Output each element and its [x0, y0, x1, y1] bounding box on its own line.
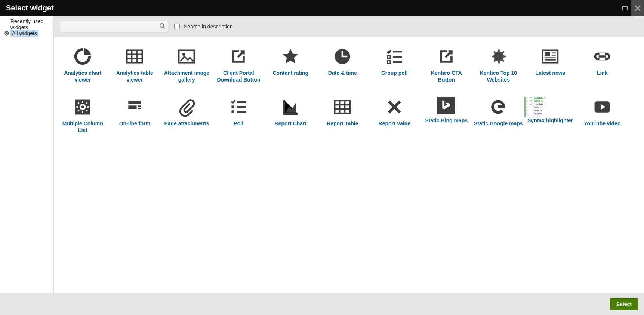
newspaper-icon: [540, 46, 561, 67]
star-icon: [280, 46, 301, 67]
widget-tile[interactable]: Kentico Top 10 Websites: [472, 46, 524, 83]
widget-label: Report Table: [317, 120, 369, 127]
syntax-icon: 1 // Syntaxh2 // http:/3 var setArr4 thi…: [524, 97, 545, 117]
image-icon: [176, 46, 197, 67]
table-icon: [332, 97, 353, 117]
dialog-header: Select widget: [0, 0, 644, 16]
widget-label: Link: [576, 70, 628, 77]
widget-tile[interactable]: Static Bing maps: [420, 97, 472, 134]
close-button[interactable]: [631, 0, 644, 16]
search-toolbar: Search in description: [54, 16, 644, 37]
youtube-icon: [592, 97, 613, 117]
checklist-alt-icon: [228, 97, 249, 117]
maximize-icon: [622, 5, 628, 12]
clock-icon: [332, 46, 353, 67]
tree-item-label: Recently used widgets: [9, 18, 53, 31]
widget-tile[interactable]: Link: [576, 46, 628, 83]
widget-label: Attachment image gallery: [161, 70, 213, 83]
tree-item-label: All widgets: [10, 30, 38, 37]
search-field-wrap: [60, 21, 168, 32]
widget-tile[interactable]: Multiple Column List: [57, 97, 109, 134]
checklist-icon: [384, 46, 405, 67]
widget-label: Kentico Top 10 Websites: [472, 70, 524, 83]
widget-tile[interactable]: 1 // Syntaxh2 // http:/3 var setArr4 thi…: [524, 97, 576, 134]
x-icon: [384, 97, 405, 117]
widget-label: Static Google maps: [472, 120, 524, 127]
pie-chart-icon: [72, 46, 93, 67]
widget-tile[interactable]: Page attachments: [161, 97, 213, 134]
widget-tile[interactable]: Date & time: [317, 46, 369, 83]
widget-tile[interactable]: Report Table: [317, 97, 369, 134]
widget-label: YouTube video: [576, 120, 628, 127]
widget-label: Syntax highlighter: [524, 117, 576, 124]
widget-tile[interactable]: Poll: [213, 97, 265, 134]
widget-label: Content rating: [265, 70, 317, 77]
widget-label: On-line form: [109, 120, 161, 127]
search-in-description-checkbox[interactable]: [174, 24, 180, 29]
widget-tile[interactable]: Content rating: [265, 46, 317, 83]
widget-tile[interactable]: On-line form: [109, 97, 161, 134]
widget-tile[interactable]: Group poll: [369, 46, 420, 83]
link-icon: [592, 46, 613, 67]
table-icon: [124, 46, 145, 67]
widget-label: Report Value: [369, 120, 420, 127]
select-button[interactable]: Select: [610, 298, 638, 310]
widget-label: Date & time: [317, 70, 369, 77]
widget-label: Report Chart: [265, 120, 317, 127]
external-link-icon: [228, 46, 249, 67]
paperclip-icon: [176, 97, 197, 117]
window-controls: [619, 0, 644, 16]
widget-tile[interactable]: Kentico CTA Button: [420, 46, 472, 83]
widget-tile[interactable]: Client Portal Download Button: [213, 46, 265, 83]
widget-gallery: Analytics chart viewerAnalytics table vi…: [54, 37, 644, 156]
tree-expand-icon[interactable]: [3, 31, 10, 36]
widget-tile[interactable]: Report Chart: [265, 97, 317, 134]
gear-icon: [488, 46, 509, 67]
search-in-description-option[interactable]: Search in description: [173, 22, 233, 30]
tree-item-recently-used[interactable]: Recently used widgets: [0, 20, 53, 29]
widget-label: Analytics table viewer: [109, 70, 161, 83]
widget-label: Page attachments: [161, 120, 213, 127]
widget-label: Static Bing maps: [420, 117, 472, 124]
widget-tile[interactable]: YouTube video: [576, 97, 628, 134]
widget-tile[interactable]: Analytics table viewer: [109, 46, 161, 83]
widget-label: Client Portal Download Button: [213, 70, 265, 83]
dialog-title: Select widget: [6, 4, 54, 12]
dialog-footer: Select: [0, 293, 644, 315]
maximize-button[interactable]: [619, 0, 631, 16]
widget-tile[interactable]: Static Google maps: [472, 97, 524, 134]
form-icon: [124, 97, 145, 117]
widget-label: Latest news: [524, 70, 576, 77]
area-chart-icon: [280, 97, 301, 117]
close-icon: [634, 4, 641, 12]
widget-label: Group poll: [369, 70, 420, 77]
bing-icon: [437, 97, 455, 114]
google-icon: [488, 97, 509, 117]
widget-label: Kentico CTA Button: [420, 70, 472, 83]
search-input[interactable]: [60, 21, 168, 32]
checkbox-label: Search in description: [184, 24, 233, 30]
gear-box-icon: [72, 97, 93, 117]
widget-tile[interactable]: Analytics chart viewer: [57, 46, 109, 83]
widget-label: Multiple Column List: [57, 120, 109, 134]
widget-label: Analytics chart viewer: [57, 70, 109, 83]
widget-tile[interactable]: Latest news: [524, 46, 576, 83]
widget-label: Poll: [213, 120, 265, 127]
widget-tile[interactable]: Attachment image gallery: [161, 46, 213, 83]
category-tree: Recently used widgets All widgets: [0, 16, 54, 293]
widget-tile[interactable]: Report Value: [369, 97, 420, 134]
external-link-icon: [436, 46, 457, 67]
